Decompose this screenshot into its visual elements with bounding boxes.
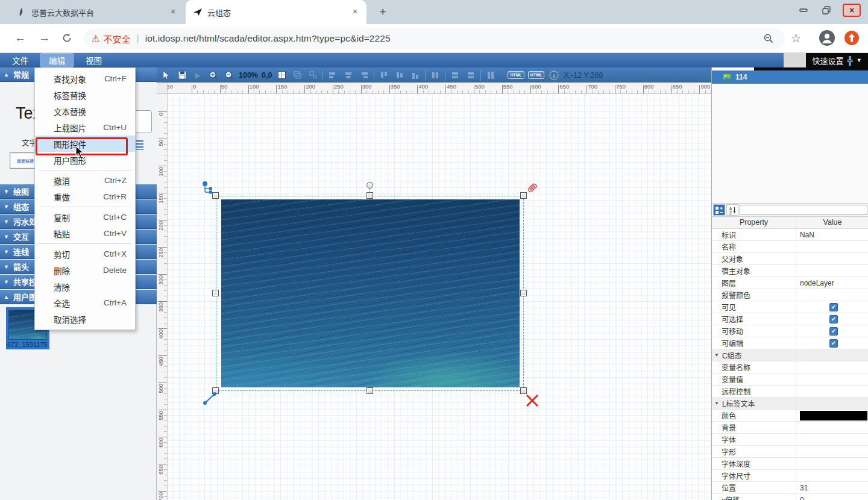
rotation-handle[interactable]: [366, 182, 373, 189]
window-minimize-button[interactable]: [794, 4, 813, 17]
edit-menu-item[interactable]: 用户图形: [35, 152, 135, 168]
checkbox-checked[interactable]: ✔: [829, 327, 838, 336]
window-close-button[interactable]: ×: [843, 4, 861, 17]
property-value-cell[interactable]: [796, 386, 868, 397]
align-center-icon[interactable]: [342, 69, 354, 81]
edit-menu-item[interactable]: 查找对象Ctrl+F: [35, 70, 135, 87]
resize-handle-e[interactable]: [520, 290, 527, 296]
edit-menu-item[interactable]: 撤消Ctrl+Z: [35, 172, 135, 189]
edit-menu-item[interactable]: 剪切Ctrl+X: [35, 246, 135, 262]
property-row[interactable]: 变量名称: [712, 361, 868, 373]
list-component-preview[interactable]: [135, 140, 143, 150]
property-value-cell[interactable]: ✔: [796, 337, 868, 349]
property-row[interactable]: 父对象: [712, 253, 868, 265]
attachment-paperclip-icon[interactable]: [524, 180, 540, 196]
object-tree-area[interactable]: [712, 84, 868, 203]
property-value-cell[interactable]: ✔: [796, 313, 868, 325]
resize-handle-n[interactable]: [366, 192, 373, 199]
categorized-view-button[interactable]: [713, 204, 725, 216]
group-collapse-icon[interactable]: ▼: [714, 401, 719, 406]
checkbox-checked[interactable]: ✔: [829, 315, 838, 323]
export-html5-button[interactable]: HTML: [528, 71, 544, 79]
edit-menu-item[interactable]: 粘贴Ctrl+V: [35, 225, 135, 242]
property-value-cell[interactable]: nodeLayer: [796, 277, 868, 289]
property-row[interactable]: 可选择✔: [712, 313, 868, 325]
property-row[interactable]: 宿主对象: [712, 265, 868, 277]
security-warning-label[interactable]: 不安全: [103, 33, 130, 45]
align-middle-icon[interactable]: [394, 69, 406, 81]
bookmark-star-icon[interactable]: ☆: [791, 31, 801, 45]
property-group-row[interactable]: ▼L标签文本: [712, 398, 868, 410]
edit-menu-item[interactable]: 标签替换: [35, 87, 135, 103]
property-value-cell[interactable]: [796, 361, 868, 373]
tab-close-icon[interactable]: ×: [168, 7, 178, 17]
align-right-icon[interactable]: [358, 69, 370, 81]
align-bottom-icon[interactable]: [409, 69, 421, 81]
edit-menu-item[interactable]: 取消选择: [35, 311, 135, 327]
same-size-icon[interactable]: [465, 69, 477, 81]
property-value-cell[interactable]: [796, 398, 868, 409]
property-value-cell[interactable]: [796, 434, 868, 445]
select-cursor-icon[interactable]: [160, 69, 172, 81]
same-width-icon[interactable]: [429, 69, 441, 81]
property-value-cell[interactable]: [796, 446, 868, 457]
quick-settings-label[interactable]: 快速设置: [812, 55, 843, 66]
browser-tab-cloud-scada[interactable]: 云组态 ×: [186, 0, 366, 24]
node-hierarchy-icon[interactable]: [201, 181, 217, 196]
grid-toggle-icon[interactable]: [275, 69, 288, 81]
url-text[interactable]: iot.idosp.net/html/scada/editor.aspx.htm…: [145, 33, 391, 44]
zoom-out-icon[interactable]: [223, 69, 235, 81]
tab-close-icon[interactable]: ×: [350, 7, 360, 17]
design-canvas[interactable]: [168, 94, 711, 500]
alphabetical-sort-button[interactable]: AZ: [726, 204, 738, 216]
property-value-cell[interactable]: [796, 253, 868, 264]
reload-icon[interactable]: [61, 33, 72, 43]
group-collapse-icon[interactable]: ▼: [714, 352, 719, 358]
property-value-cell[interactable]: [796, 241, 868, 252]
property-row[interactable]: 位置31: [712, 482, 868, 494]
edit-menu-item[interactable]: 全选Ctrl+A: [35, 295, 135, 311]
property-row[interactable]: 字形: [712, 446, 868, 458]
edit-menu-item[interactable]: 复制Ctrl+C: [35, 209, 135, 225]
menu-edit[interactable]: 编辑: [40, 53, 74, 67]
property-row[interactable]: 图层nodeLayer: [712, 277, 868, 289]
property-value-cell[interactable]: [796, 470, 868, 481]
quick-settings-dropdown-icon[interactable]: ▼: [857, 57, 862, 63]
property-row[interactable]: 报警颜色: [712, 289, 868, 301]
property-value-cell[interactable]: 31: [796, 482, 868, 493]
page-zoom-icon[interactable]: [763, 33, 774, 44]
fit-screen-icon[interactable]: ╬: [847, 56, 852, 65]
property-row[interactable]: 字体尺寸: [712, 470, 868, 482]
run-preview-icon[interactable]: ▶: [192, 69, 204, 81]
property-value-cell[interactable]: [796, 458, 868, 469]
menu-view[interactable]: 视图: [77, 53, 110, 67]
window-restore-button[interactable]: [817, 4, 835, 17]
forward-icon[interactable]: →: [39, 31, 50, 45]
property-value-cell[interactable]: [796, 349, 868, 361]
property-row[interactable]: 字体: [712, 434, 868, 446]
align-top-icon[interactable]: [378, 69, 390, 81]
edit-menu-item[interactable]: 清除: [35, 278, 135, 295]
property-group-row[interactable]: ▼C组态: [712, 349, 868, 361]
resize-handle-s[interactable]: [366, 387, 373, 394]
property-value-cell[interactable]: [796, 410, 868, 421]
edit-menu-item[interactable]: 图形控件: [35, 136, 135, 152]
browser-tab-dataplatform[interactable]: 思普云大数据平台 ×: [10, 0, 184, 24]
property-value-cell[interactable]: NaN: [796, 229, 868, 240]
export-html-button[interactable]: HTML: [508, 71, 524, 79]
info-icon[interactable]: i: [548, 69, 560, 81]
property-value-cell[interactable]: ✔: [796, 325, 868, 337]
same-height-icon[interactable]: [449, 69, 461, 81]
property-value-cell[interactable]: 0: [796, 494, 868, 500]
property-row[interactable]: 字体深度: [712, 458, 868, 470]
color-swatch[interactable]: [800, 411, 867, 420]
save-icon[interactable]: [176, 69, 188, 81]
property-row[interactable]: 名称: [712, 241, 868, 253]
distribute-icon[interactable]: [485, 69, 497, 81]
edit-menu-item[interactable]: 文本替换: [35, 103, 135, 119]
property-row[interactable]: 可见✔: [712, 301, 868, 313]
checkbox-checked[interactable]: ✔: [829, 339, 838, 348]
menu-file[interactable]: 文件: [4, 53, 37, 67]
property-row[interactable]: x偏移0: [712, 494, 868, 500]
property-value-cell[interactable]: [796, 373, 868, 385]
